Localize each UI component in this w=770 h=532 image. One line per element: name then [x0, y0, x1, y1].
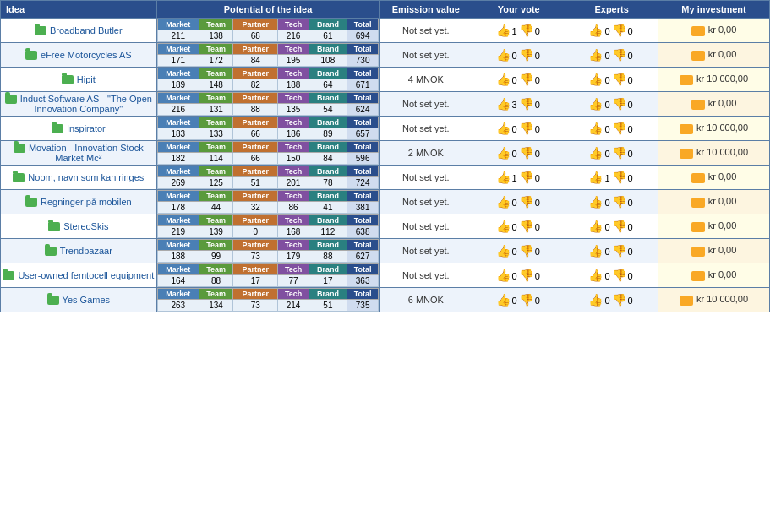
score-header-brand: Brand [309, 166, 347, 177]
score-value-tech: 179 [278, 251, 309, 263]
thumbs-down-your-vote[interactable]: 👎 [519, 73, 533, 86]
experts-up-count: 1 [604, 173, 609, 183]
investment-amount: kr 0,00 [708, 269, 737, 280]
experts-up-count: 0 [604, 149, 609, 159]
thumbs-down-experts[interactable]: 👎 [612, 24, 626, 37]
thumbs-down-experts[interactable]: 👎 [612, 73, 626, 86]
your-vote-cell: 👍3👎0 [472, 92, 565, 117]
investment-cell: kr 10 000,00 [658, 68, 770, 92]
investment-cell: kr 10 000,00 [658, 141, 770, 166]
score-value-partner: 66 [233, 128, 278, 140]
thumbs-up-your-vote[interactable]: 👍 [496, 73, 511, 86]
idea-link[interactable]: Trendbazaar [60, 246, 112, 256]
your-vote-down-count: 0 [535, 296, 540, 306]
thumbs-up-your-vote[interactable]: 👍 [496, 293, 511, 307]
idea-cell: Induct Software AS - "The Open Innovatio… [1, 92, 157, 117]
thumbs-down-your-vote[interactable]: 👎 [519, 244, 533, 258]
score-value-brand: 41 [309, 202, 347, 214]
score-value-total: 638 [347, 226, 379, 238]
thumbs-down-experts[interactable]: 👎 [612, 146, 626, 160]
idea-link[interactable]: Noom, navn som kan ringes [28, 172, 144, 182]
thumbs-down-your-vote[interactable]: 👎 [519, 48, 533, 62]
scores-cell: MarketTeamPartnerTechBrandTotal211138682… [156, 19, 380, 43]
idea-cell: Yes Games [1, 288, 157, 312]
thumbs-down-experts[interactable]: 👎 [612, 97, 626, 111]
idea-cell: Inspirator [1, 117, 157, 141]
thumbs-up-experts[interactable]: 👍 [588, 73, 603, 86]
idea-link[interactable]: Regninger på mobilen [41, 197, 132, 207]
thumbs-down-your-vote[interactable]: 👎 [519, 171, 533, 184]
score-value-total: 671 [347, 79, 379, 91]
thumbs-up-your-vote[interactable]: 👍 [496, 195, 511, 209]
experts-up-count: 0 [604, 75, 609, 85]
score-header-partner: Partner [233, 240, 278, 251]
thumbs-up-experts[interactable]: 👍 [588, 97, 603, 111]
table-header-row: Idea Potential of the idea Emission valu… [1, 1, 770, 19]
score-header-tech: Tech [278, 215, 309, 226]
thumbs-down-your-vote[interactable]: 👎 [519, 293, 533, 307]
investment-cell: kr 0,00 [658, 166, 770, 190]
thumbs-down-your-vote[interactable]: 👎 [519, 24, 533, 37]
thumbs-up-your-vote[interactable]: 👍 [496, 244, 511, 258]
thumbs-down-experts[interactable]: 👎 [612, 269, 626, 282]
score-header-brand: Brand [309, 142, 347, 153]
idea-link[interactable]: Inspirator [67, 123, 106, 133]
thumbs-down-your-vote[interactable]: 👎 [519, 146, 533, 160]
thumbs-down-your-vote[interactable]: 👎 [519, 122, 533, 135]
score-header-market: Market [157, 215, 199, 226]
thumbs-down-experts[interactable]: 👎 [612, 244, 626, 258]
thumbs-up-experts[interactable]: 👍 [588, 269, 603, 282]
experts-down-count: 0 [628, 100, 633, 110]
score-value-team: 138 [199, 30, 232, 42]
score-header-team: Team [199, 93, 232, 104]
thumbs-down-experts[interactable]: 👎 [612, 220, 626, 233]
thumbs-up-experts[interactable]: 👍 [588, 244, 603, 258]
score-value-brand: 61 [309, 30, 347, 42]
your-vote-up-count: 0 [512, 247, 517, 257]
thumbs-down-experts[interactable]: 👎 [612, 122, 626, 135]
thumbs-down-experts[interactable]: 👎 [612, 293, 626, 307]
thumbs-up-experts[interactable]: 👍 [588, 122, 603, 135]
thumbs-up-your-vote[interactable]: 👍 [496, 146, 511, 160]
thumbs-up-experts[interactable]: 👍 [588, 48, 603, 62]
thumbs-down-experts[interactable]: 👎 [612, 195, 626, 209]
idea-link[interactable]: Broadband Butler [50, 25, 123, 35]
experts-down-count: 0 [628, 75, 633, 85]
idea-link[interactable]: User-owned femtocell equipment [18, 270, 154, 280]
thumbs-up-experts[interactable]: 👍 [588, 293, 603, 307]
score-value-brand: 112 [309, 226, 347, 238]
idea-link[interactable]: eFree Motorcycles AS [41, 50, 132, 60]
thumbs-down-experts[interactable]: 👎 [612, 171, 626, 184]
score-header-team: Team [199, 166, 232, 177]
score-value-partner: 88 [233, 104, 278, 116]
thumbs-up-experts[interactable]: 👍 [588, 220, 603, 233]
idea-link[interactable]: Yes Games [63, 295, 110, 305]
idea-link[interactable]: Hipit [77, 74, 96, 84]
thumbs-down-your-vote[interactable]: 👎 [519, 195, 533, 209]
score-header-brand: Brand [309, 240, 347, 251]
thumbs-down-experts[interactable]: 👎 [612, 48, 626, 62]
thumbs-up-your-vote[interactable]: 👍 [496, 171, 511, 184]
score-header-tech: Tech [278, 240, 309, 251]
thumbs-down-your-vote[interactable]: 👎 [519, 220, 533, 233]
experts-cell: 👍0👎0 [565, 288, 658, 312]
thumbs-up-your-vote[interactable]: 👍 [496, 269, 511, 282]
table-row: TrendbazaarMarketTeamPartnerTechBrandTot… [1, 239, 770, 263]
thumbs-up-experts[interactable]: 👍 [588, 171, 603, 184]
thumbs-down-your-vote[interactable]: 👎 [519, 97, 533, 111]
idea-link[interactable]: Movation - Innovation Stock Market Mc² [29, 143, 144, 164]
thumbs-up-your-vote[interactable]: 👍 [496, 220, 511, 233]
idea-link[interactable]: StereoSkis [63, 221, 108, 231]
thumbs-up-experts[interactable]: 👍 [588, 146, 603, 160]
idea-link[interactable]: Induct Software AS - "The Open Innovatio… [20, 94, 152, 115]
thumbs-down-your-vote[interactable]: 👎 [519, 269, 533, 282]
score-value-partner: 66 [233, 153, 278, 165]
thumbs-up-your-vote[interactable]: 👍 [496, 122, 511, 135]
folder-icon [35, 26, 46, 35]
thumbs-up-experts[interactable]: 👍 [588, 24, 603, 37]
thumbs-up-your-vote[interactable]: 👍 [496, 24, 511, 37]
thumbs-up-your-vote[interactable]: 👍 [496, 48, 511, 62]
thumbs-up-experts[interactable]: 👍 [588, 195, 603, 209]
thumbs-up-your-vote[interactable]: 👍 [496, 97, 511, 111]
main-table: Idea Potential of the idea Emission valu… [0, 0, 770, 312]
